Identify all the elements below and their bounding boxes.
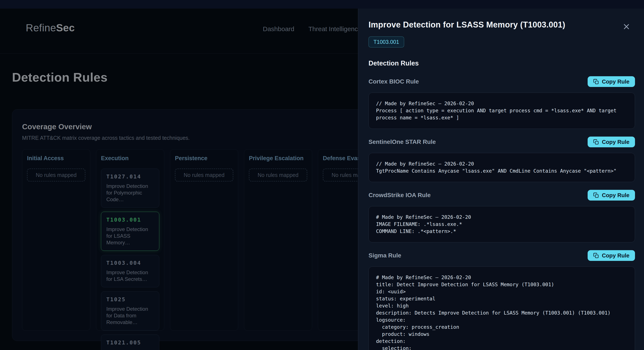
- technique-badge: T1003.001: [368, 37, 404, 48]
- rule-section: Sigma RuleCopy Rule# Made by RefineSec —…: [368, 250, 635, 350]
- detail-drawer: Improve Detection for LSASS Memory (T100…: [358, 9, 644, 350]
- copy-rule-button[interactable]: Copy Rule: [588, 136, 635, 147]
- rule-section: Cortex BIOC RuleCopy Rule// Made by Refi…: [368, 76, 635, 129]
- rule-code: // Made by RefineSec — 2026-02-20 Proces…: [368, 93, 635, 129]
- rule-header-row: Cortex BIOC RuleCopy Rule: [368, 76, 635, 87]
- copy-rule-button[interactable]: Copy Rule: [588, 76, 635, 87]
- rule-code: # Made by RefineSec — 2026-02-20 title: …: [368, 266, 635, 350]
- drawer-title: Improve Detection for LSASS Memory (T100…: [368, 20, 565, 30]
- copy-rule-button[interactable]: Copy Rule: [588, 190, 635, 201]
- rule-code: # Made by RefineSec — 2026-02-20 IMAGE F…: [368, 206, 635, 242]
- rule-name: Sigma Rule: [368, 252, 401, 259]
- drawer-section-title: Detection Rules: [368, 60, 635, 67]
- copy-rule-button[interactable]: Copy Rule: [588, 250, 635, 261]
- rule-section: SentinelOne STAR RuleCopy Rule// Made by…: [368, 136, 635, 182]
- rule-name: CrowdStrike IOA Rule: [368, 192, 431, 199]
- copy-rule-label: Copy Rule: [602, 252, 630, 259]
- rule-name: SentinelOne STAR Rule: [368, 138, 436, 145]
- rule-name: Cortex BIOC Rule: [368, 78, 419, 85]
- rules-list: Cortex BIOC RuleCopy Rule// Made by Refi…: [368, 76, 635, 350]
- rule-section: CrowdStrike IOA RuleCopy Rule# Made by R…: [368, 190, 635, 242]
- copy-rule-label: Copy Rule: [602, 192, 630, 199]
- rule-header-row: SentinelOne STAR RuleCopy Rule: [368, 136, 635, 147]
- drawer-header: Improve Detection for LSASS Memory (T100…: [368, 20, 635, 31]
- copy-icon: [593, 79, 599, 85]
- copy-rule-label: Copy Rule: [602, 139, 630, 145]
- copy-icon: [593, 192, 599, 198]
- rule-header-row: Sigma RuleCopy Rule: [368, 250, 635, 261]
- rule-code: // Made by RefineSec — 2026-02-20 TgtPro…: [368, 153, 635, 182]
- rule-header-row: CrowdStrike IOA RuleCopy Rule: [368, 190, 635, 201]
- copy-icon: [593, 253, 599, 259]
- copy-rule-label: Copy Rule: [602, 78, 630, 85]
- close-button[interactable]: [622, 22, 631, 31]
- close-icon: [622, 22, 631, 31]
- copy-icon: [593, 139, 599, 145]
